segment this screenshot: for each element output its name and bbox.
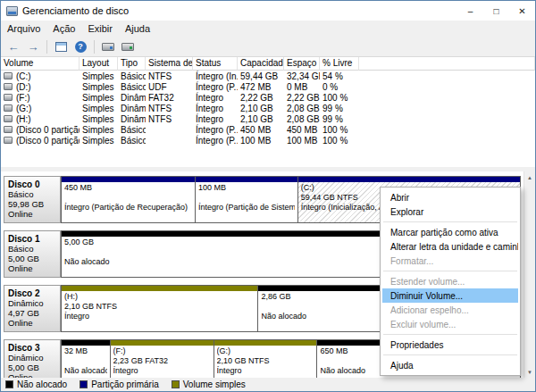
menu-acao[interactable]: Ação	[46, 21, 81, 37]
toolbar-separator	[94, 40, 95, 54]
simple-volume-swatch	[172, 380, 180, 388]
app-icon	[6, 6, 18, 16]
disk-management-window: Gerenciamento de disco – □ ✕ Arquivo Açã…	[0, 0, 536, 392]
disk-2-header[interactable]: Disco 2 Dinâmico 4,97 GB Online	[4, 285, 61, 332]
volume-list-header: Volume Layout Tipo Sistema de ... Status…	[1, 57, 535, 71]
table-row[interactable]: (D:) Simples Básico UDF Íntegro (P... 47…	[1, 81, 535, 92]
close-button[interactable]: ✕	[509, 1, 535, 21]
toolbar: ← → ?	[1, 37, 535, 57]
menu-item-ajuda[interactable]: Ajuda	[382, 358, 518, 372]
table-row[interactable]: (G:) Simples Dinâmico NTFS Íntegro 2,10 …	[1, 103, 535, 113]
disk-1-header[interactable]: Disco 1 Básico 5,00 GB Online	[4, 230, 61, 278]
table-row[interactable]: (C:) Simples Básico NTFS Íntegro (In... …	[1, 71, 535, 81]
column-header-espaco[interactable]: Espaço ...	[284, 57, 320, 71]
volume-icon	[4, 94, 13, 101]
table-row[interactable]: (H:) Simples Dinâmico NTFS Íntegro 2,10 …	[1, 113, 535, 124]
menu-separator	[383, 221, 517, 222]
menu-item-abrir[interactable]: Abrir	[382, 190, 518, 204]
menu-item-propriedades[interactable]: Propriedades	[382, 338, 518, 352]
table-row[interactable]: (Disco 0 partição 2) Simples Básico Ínte…	[1, 135, 535, 146]
menu-item-excluir-volume: Excluir volume...	[382, 317, 518, 331]
menu-bar: Arquivo Ação Exibir Ajuda	[1, 21, 535, 37]
legend: Não alocado Partição primária Volume sim…	[1, 378, 535, 391]
column-header-sistema[interactable]: Sistema de ...	[146, 57, 193, 71]
menu-item-formatar: Formatar...	[382, 254, 518, 268]
title-bar[interactable]: Gerenciamento de disco – □ ✕	[1, 1, 535, 21]
menu-separator	[383, 334, 517, 335]
legend-unallocated: Não alocado	[5, 379, 67, 389]
disk-0-header[interactable]: Disco 0 Básico 59,98 GB Online	[4, 176, 61, 223]
scroll-up-icon[interactable]: ▲	[524, 171, 535, 183]
legend-simple-volume: Volume simples	[172, 379, 246, 389]
legend-primary-partition: Partição primária	[80, 379, 159, 389]
forward-arrow-icon[interactable]: →	[25, 38, 41, 54]
window-title: Gerenciamento de disco	[22, 5, 457, 16]
volume-icon	[4, 137, 13, 144]
column-header-status[interactable]: Status	[193, 57, 238, 71]
column-header-tipo[interactable]: Tipo	[118, 57, 146, 71]
column-header-layout[interactable]: Layout	[80, 57, 118, 71]
volume-icon	[4, 126, 13, 133]
volume-icon	[4, 83, 13, 90]
menu-item-alterar-letra[interactable]: Alterar letra da unidade e caminho...	[382, 239, 518, 254]
partition-recovery[interactable]: 450 MB Íntegro (Partição de Recuperação)	[61, 176, 196, 223]
column-header-volume[interactable]: Volume	[1, 57, 80, 71]
disk-icon[interactable]	[100, 38, 116, 54]
minimize-button[interactable]: –	[457, 1, 483, 21]
disk-properties-icon[interactable]	[120, 38, 136, 54]
context-menu: Abrir Explorar Marcar partição como ativ…	[380, 187, 521, 376]
scroll-down-icon[interactable]: ▼	[524, 366, 535, 378]
column-header-capacidade[interactable]: Capacidade	[238, 57, 284, 71]
vertical-scrollbar[interactable]: ▲ ▼	[523, 171, 535, 378]
volume-icon	[4, 72, 13, 79]
table-row[interactable]: (F:) Simples Dinâmico FAT32 Íntegro 2,22…	[1, 92, 535, 103]
partition-efi[interactable]: 100 MB Íntegro (Partição de Sistema EFI)	[195, 176, 298, 223]
table-row[interactable]: (Disco 0 partição 1) Simples Básico Ínte…	[1, 124, 535, 135]
menu-item-adicionar-espelho: Adicionar espelho...	[382, 303, 518, 317]
volume-icon	[4, 104, 13, 112]
menu-ajuda[interactable]: Ajuda	[119, 21, 156, 37]
menu-item-explorar[interactable]: Explorar	[382, 204, 518, 219]
unallocated-swatch	[5, 380, 13, 388]
window-list-icon[interactable]	[53, 38, 69, 54]
menu-item-estender-volume: Estender volume...	[382, 274, 518, 288]
menu-item-marcar-particao[interactable]: Marcar partição como ativa	[382, 225, 518, 239]
partition-h[interactable]: (H:) 2,10 GB NTFS Íntegro	[61, 285, 258, 332]
help-icon[interactable]: ?	[72, 38, 88, 54]
primary-partition-swatch	[80, 380, 88, 388]
menu-separator	[383, 271, 517, 271]
menu-separator	[383, 354, 517, 355]
volume-icon	[4, 115, 13, 122]
column-header-filler	[359, 57, 535, 71]
column-header-livre[interactable]: % Livre	[320, 57, 359, 71]
maximize-button[interactable]: □	[483, 1, 509, 21]
menu-item-diminuir-volume[interactable]: Diminuir Volume...	[382, 288, 518, 303]
menu-arquivo[interactable]: Arquivo	[1, 21, 46, 37]
menu-exibir[interactable]: Exibir	[81, 21, 119, 37]
toolbar-separator	[46, 40, 47, 54]
volume-list: Volume Layout Tipo Sistema de ... Status…	[1, 57, 535, 167]
back-arrow-icon[interactable]: ←	[5, 38, 21, 54]
